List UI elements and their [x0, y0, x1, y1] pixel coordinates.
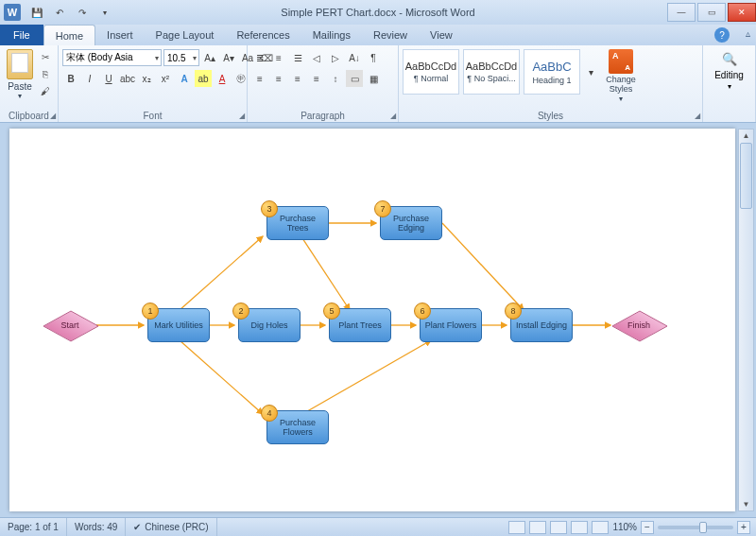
paragraph-dialog-launcher[interactable]: ◢: [390, 112, 396, 120]
svg-line-4: [180, 340, 263, 414]
tab-view[interactable]: View: [419, 25, 464, 45]
zoom-out-button[interactable]: −: [641, 521, 654, 534]
highlight-icon[interactable]: ab: [195, 70, 212, 87]
badge-3: 3: [261, 200, 278, 217]
status-language[interactable]: ✔Chinese (PRC): [126, 518, 216, 536]
subscript-icon[interactable]: x₂: [138, 70, 155, 87]
close-button[interactable]: ✕: [728, 3, 756, 22]
view-print-layout-icon[interactable]: [508, 521, 525, 534]
minimize-button[interactable]: —: [667, 3, 696, 22]
font-color-icon[interactable]: A: [214, 70, 231, 87]
style-normal[interactable]: AaBbCcDd ¶ Normal: [403, 49, 459, 95]
paragraph-group-label: Paragraph: [248, 111, 398, 121]
help-icon[interactable]: ?: [714, 27, 730, 43]
qat-more-icon[interactable]: ▾: [94, 3, 115, 22]
undo-icon[interactable]: ↶: [49, 3, 70, 22]
format-painter-icon[interactable]: 🖌: [38, 83, 53, 98]
scroll-up-icon[interactable]: ▲: [739, 130, 753, 142]
document-page[interactable]: Start Mark Utilities 1 Dig Holes 2 Purch…: [9, 129, 735, 511]
font-group-label: Font: [59, 111, 247, 121]
view-draft-icon[interactable]: [592, 521, 609, 534]
font-size-combo[interactable]: 10.5: [163, 49, 199, 66]
line-spacing-icon[interactable]: ↕: [327, 70, 344, 87]
tab-references[interactable]: References: [225, 25, 301, 45]
font-dialog-launcher[interactable]: ◢: [239, 112, 245, 120]
ribbon-tabs: File Home Insert Page Layout References …: [0, 25, 756, 45]
title-bar: W 💾 ↶ ↷ ▾ Simple PERT Chart.docx - Micro…: [0, 0, 756, 25]
align-left-icon[interactable]: ≡: [251, 70, 268, 87]
bold-icon[interactable]: B: [62, 70, 79, 87]
badge-8: 8: [505, 303, 522, 320]
tab-insert[interactable]: Insert: [95, 25, 145, 45]
badge-2: 2: [232, 303, 249, 320]
status-bar: Page: 1 of 1 Words: 49 ✔Chinese (PRC) 11…: [0, 517, 756, 536]
tab-mailings[interactable]: Mailings: [301, 25, 362, 45]
underline-icon[interactable]: U: [100, 70, 117, 87]
view-web-layout-icon[interactable]: [550, 521, 567, 534]
view-outline-icon[interactable]: [571, 521, 588, 534]
styles-group: AaBbCcDd ¶ Normal AaBbCcDd ¶ No Spaci...…: [399, 45, 703, 122]
vertical-scrollbar[interactable]: ▲ ▼: [738, 129, 754, 511]
collapse-ribbon-icon[interactable]: ▵: [746, 28, 750, 39]
tab-page-layout[interactable]: Page Layout: [145, 25, 226, 45]
shrink-font-icon[interactable]: A▾: [220, 49, 237, 66]
status-words[interactable]: Words: 49: [67, 518, 126, 536]
svg-line-7: [302, 238, 350, 310]
cut-icon[interactable]: ✂: [38, 49, 53, 64]
copy-icon[interactable]: ⎘: [38, 66, 53, 81]
quick-access-toolbar: W 💾 ↶ ↷ ▾: [0, 3, 115, 22]
italic-icon[interactable]: I: [81, 70, 98, 87]
text-effects-icon[interactable]: A: [176, 70, 193, 87]
font-name-combo[interactable]: 宋体 (Body Asia: [62, 49, 162, 66]
badge-1: 1: [142, 303, 159, 320]
zoom-slider-thumb[interactable]: [699, 522, 707, 533]
tab-home[interactable]: Home: [43, 25, 95, 45]
shading-icon[interactable]: ▭: [346, 70, 363, 87]
file-tab[interactable]: File: [0, 25, 43, 45]
zoom-level[interactable]: 110%: [612, 522, 637, 532]
justify-icon[interactable]: ≡: [308, 70, 325, 87]
clipboard-dialog-launcher[interactable]: ◢: [50, 112, 56, 120]
tab-review[interactable]: Review: [362, 25, 419, 45]
styles-dialog-launcher[interactable]: ◢: [695, 112, 700, 120]
save-icon[interactable]: 💾: [26, 3, 47, 22]
styles-more-icon[interactable]: ▾: [584, 49, 597, 95]
status-page[interactable]: Page: 1 of 1: [0, 518, 67, 536]
scroll-thumb[interactable]: [740, 143, 752, 209]
bullets-icon[interactable]: ≣: [251, 49, 268, 66]
grow-font-icon[interactable]: A▴: [201, 49, 218, 66]
align-center-icon[interactable]: ≡: [270, 70, 287, 87]
badge-4: 4: [261, 405, 278, 422]
sort-icon[interactable]: A↓: [346, 49, 363, 66]
numbering-icon[interactable]: ≡: [270, 49, 287, 66]
zoom-slider[interactable]: [658, 526, 733, 529]
style-no-spacing[interactable]: AaBbCcDd ¶ No Spaci...: [463, 49, 520, 95]
word-app-icon[interactable]: W: [4, 4, 21, 21]
show-marks-icon[interactable]: ¶: [365, 49, 382, 66]
maximize-button[interactable]: ▭: [697, 3, 726, 22]
align-right-icon[interactable]: ≡: [289, 70, 306, 87]
scroll-down-icon[interactable]: ▼: [739, 498, 753, 510]
style-heading1[interactable]: AaBbC Heading 1: [524, 49, 580, 95]
proofing-icon: ✔: [133, 522, 141, 532]
styles-group-label: Styles: [399, 111, 702, 121]
strike-icon[interactable]: abc: [119, 70, 136, 87]
node-start[interactable]: Start: [42, 309, 98, 341]
paragraph-group: ≣ ≡ ☰ ◁ ▷ A↓ ¶ ≡ ≡ ≡ ≡ ↕ ▭ ▦ Paragraph ◢: [248, 45, 399, 122]
redo-icon[interactable]: ↷: [72, 3, 93, 22]
pert-chart: Start Mark Utilities 1 Dig Holes 2 Purch…: [9, 129, 735, 511]
badge-5: 5: [323, 303, 340, 320]
paste-button[interactable]: Paste ▾: [4, 49, 36, 106]
decrease-indent-icon[interactable]: ◁: [308, 49, 325, 66]
change-styles-button[interactable]: AA Change Styles ▾: [599, 49, 643, 106]
borders-icon[interactable]: ▦: [365, 70, 382, 87]
node-finish[interactable]: Finish: [610, 309, 667, 341]
zoom-in-button[interactable]: +: [737, 521, 750, 534]
multilevel-icon[interactable]: ☰: [289, 49, 306, 66]
view-full-screen-icon[interactable]: [529, 521, 546, 534]
font-group: 宋体 (Body Asia 10.5 A▴ A▾ Aa ⌫ B I U abc …: [59, 45, 248, 122]
find-icon[interactable]: 🔍: [717, 49, 742, 68]
editing-group: 🔍 Editing ▾: [703, 45, 756, 122]
increase-indent-icon[interactable]: ▷: [327, 49, 344, 66]
superscript-icon[interactable]: x²: [157, 70, 174, 87]
